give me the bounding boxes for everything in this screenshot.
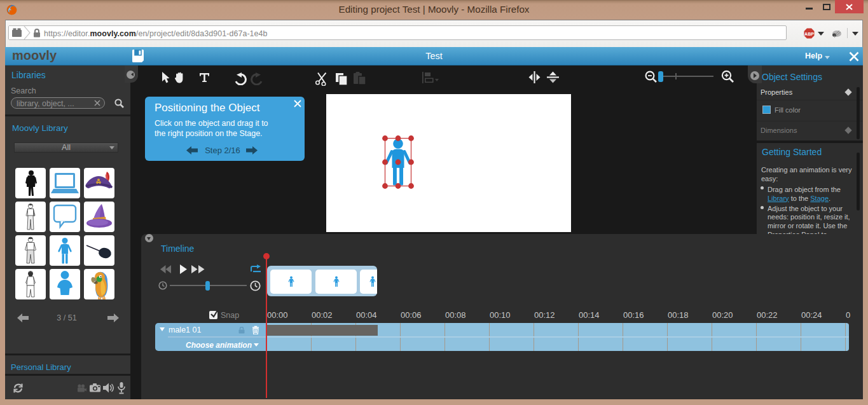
svg-text:ABP: ABP [804,32,814,36]
